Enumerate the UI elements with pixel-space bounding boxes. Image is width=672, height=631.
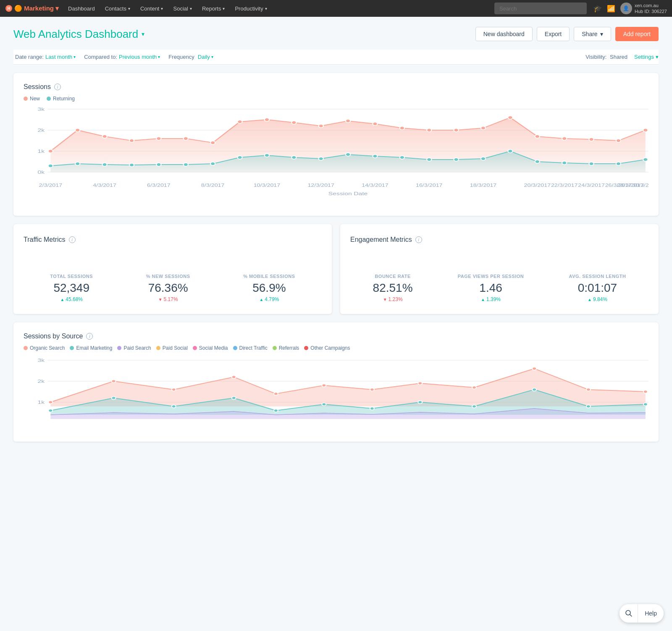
dashboard-title[interactable]: Web Analytics Dashboard ▾ — [13, 28, 144, 41]
svg-point-13 — [129, 139, 134, 142]
svg-point-53 — [589, 162, 593, 165]
svg-point-52 — [562, 161, 567, 165]
svg-text:Session Date: Session Date — [328, 191, 368, 196]
engagement-info-icon[interactable]: i — [415, 236, 422, 243]
svg-text:2/3/2017: 2/3/2017 — [39, 183, 63, 188]
sessions-info-icon[interactable]: i — [54, 84, 61, 90]
date-range-filter: Date range: Last month ▾ — [15, 54, 76, 60]
svg-point-35 — [102, 163, 107, 166]
svg-point-93 — [232, 397, 236, 400]
legend-email: Email Marketing — [70, 345, 112, 351]
svg-point-85 — [418, 382, 422, 385]
svg-point-30 — [589, 138, 593, 141]
brand-name: 🟠 Marketing — [14, 5, 54, 12]
nav-reports[interactable]: Reports▾ — [198, 0, 229, 17]
svg-text:3k: 3k — [37, 358, 45, 363]
filter-row: Date range: Last month ▾ Compared to: Pr… — [13, 50, 659, 65]
svg-point-16 — [210, 141, 215, 144]
svg-point-48 — [454, 158, 458, 161]
nav-content[interactable]: Content▾ — [136, 0, 168, 17]
svg-point-98 — [472, 405, 476, 408]
svg-point-78 — [48, 401, 52, 404]
legend-paid-search: Paid Search — [117, 345, 151, 351]
sessions-card-title: Sessions i — [24, 83, 648, 91]
traffic-metrics-card: Traffic Metrics i TOTAL SESSIONS 52,349 … — [13, 224, 332, 314]
down-arrow — [383, 296, 387, 302]
svg-point-50 — [508, 149, 512, 153]
svg-point-41 — [265, 154, 269, 157]
svg-point-79 — [112, 380, 116, 383]
svg-text:3k: 3k — [37, 107, 45, 112]
svg-point-89 — [643, 390, 648, 393]
svg-point-44 — [346, 153, 350, 156]
svg-point-23 — [400, 126, 404, 130]
nav-social[interactable]: Social▾ — [169, 0, 196, 17]
traffic-metrics-title: Traffic Metrics i — [24, 236, 322, 243]
sessions-by-source-card: Sessions by Source i Organic Search Emai… — [13, 322, 659, 442]
nav-productivity[interactable]: Productivity▾ — [231, 0, 271, 17]
bounce-rate-change: 1.23% — [373, 296, 413, 302]
engagement-metrics-card: Engagement Metrics i BOUNCE RATE 82.51% … — [340, 224, 659, 314]
dashboard-title-caret: ▾ — [142, 31, 144, 37]
mobile-sessions-metric: % MOBILE SESSIONS 56.9% 4.79% — [235, 274, 303, 302]
sessions-legend: New Returning — [24, 96, 648, 102]
svg-point-91 — [112, 397, 116, 400]
legend-dot-returning — [47, 97, 51, 101]
total-sessions-metric: TOTAL SESSIONS 52,349 45.68% — [42, 274, 101, 302]
svg-point-94 — [274, 409, 278, 412]
new-dashboard-button[interactable]: New dashboard — [475, 27, 533, 41]
svg-text:20/3/2017: 20/3/2017 — [524, 183, 551, 188]
svg-point-99 — [532, 388, 536, 391]
svg-point-32 — [643, 128, 648, 132]
svg-point-15 — [184, 137, 188, 140]
sessions-chart: 3k 2k 1k 0k — [24, 105, 648, 206]
new-sessions-metric: % NEW SESSIONS 76.36% 5.17% — [138, 274, 199, 302]
date-range-select[interactable]: Last month ▾ — [45, 54, 76, 60]
nav-contacts[interactable]: Contacts▾ — [101, 0, 134, 17]
export-button[interactable]: Export — [537, 27, 570, 41]
svg-point-42 — [291, 156, 296, 159]
source-info-icon[interactable]: i — [86, 333, 93, 340]
session-length-change: 9.84% — [569, 296, 626, 302]
svg-text:24/3/2017: 24/3/2017 — [578, 183, 605, 188]
svg-text:6/3/2017: 6/3/2017 — [147, 183, 171, 188]
brand-logo[interactable]: H 🟠 Marketing ▾ — [5, 5, 59, 12]
svg-text:10/3/2017: 10/3/2017 — [254, 183, 281, 188]
user-menu[interactable]: 👤 xen.com.au Hub ID: 306227 — [620, 3, 667, 15]
add-report-button[interactable]: Add report — [615, 27, 659, 41]
svg-point-80 — [172, 388, 176, 391]
svg-point-81 — [232, 376, 236, 379]
svg-point-19 — [291, 121, 296, 124]
graduation-icon[interactable]: 🎓 — [593, 5, 602, 13]
search-input[interactable] — [494, 3, 587, 14]
svg-point-46 — [400, 156, 404, 159]
svg-point-47 — [427, 158, 431, 161]
user-info: xen.com.au Hub ID: 306227 — [635, 3, 667, 15]
svg-point-96 — [370, 407, 374, 410]
settings-link[interactable]: Settings ▾ — [634, 54, 659, 60]
legend-social-media: Social Media — [193, 345, 228, 351]
wifi-icon[interactable]: 📶 — [607, 5, 615, 13]
total-sessions-change: 45.68% — [50, 296, 93, 302]
svg-point-29 — [562, 137, 567, 140]
share-caret: ▾ — [600, 31, 603, 37]
share-button[interactable]: Share ▾ — [574, 27, 611, 41]
engagement-metrics-inner: BOUNCE RATE 82.51% 1.23% PAGE VIEWS PER … — [350, 249, 648, 302]
compared-to-select[interactable]: Previous month ▾ — [119, 54, 160, 60]
svg-text:30/3/2017: 30/3/2017 — [632, 183, 648, 188]
frequency-select[interactable]: Daily ▾ — [198, 54, 213, 60]
legend-new: New — [24, 96, 40, 102]
svg-point-38 — [184, 163, 188, 166]
svg-point-25 — [454, 128, 458, 132]
header-actions: New dashboard Export Share ▾ Add report — [475, 27, 659, 41]
topnav-right-icons: 🎓 📶 👤 xen.com.au Hub ID: 306227 — [593, 3, 667, 15]
legend-dot-new — [24, 97, 28, 101]
traffic-info-icon[interactable]: i — [69, 236, 76, 243]
svg-text:14/3/2017: 14/3/2017 — [362, 183, 388, 188]
source-svg: 3k 2k 1k — [24, 356, 648, 432]
svg-point-22 — [373, 122, 377, 126]
up-arrow — [259, 296, 263, 302]
nav-dashboard[interactable]: Dashboard — [64, 0, 99, 17]
svg-point-39 — [210, 162, 215, 165]
svg-point-21 — [346, 119, 350, 123]
